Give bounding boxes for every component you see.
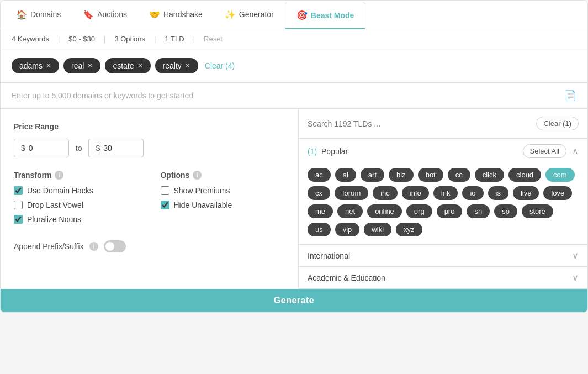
transform-title: Transform (14, 171, 51, 180)
clear-tld-button[interactable]: Clear (1) (536, 117, 579, 130)
drop-vowel-option[interactable]: Drop Last Vowel (14, 201, 139, 209)
min-price-input[interactable] (29, 144, 62, 152)
filter-bar: 4 Keywords | $0 - $30 | 3 Options | 1 TL… (1, 29, 587, 49)
pluralize-label: Pluralize Nouns (27, 215, 81, 224)
tld-cx[interactable]: cx (308, 186, 330, 200)
append-prefix-info-icon[interactable]: i (89, 242, 98, 251)
tld-wiki[interactable]: wiki (364, 223, 391, 236)
tld-net[interactable]: net (337, 204, 363, 218)
main-content: Price Range $ to $ Trans (1, 109, 587, 289)
tld-store[interactable]: store (522, 204, 553, 218)
tld-biz[interactable]: biz (389, 168, 414, 182)
tld-online[interactable]: online (367, 204, 402, 218)
transform-info-icon[interactable]: i (55, 171, 63, 180)
domain-hacks-option[interactable]: Use Domain Hacks (14, 186, 139, 195)
keywords-area: adams ✕ real ✕ estate ✕ realty ✕ Clear (… (1, 49, 587, 83)
popular-chevron-icon: ∧ (572, 146, 579, 156)
tld-so[interactable]: so (494, 204, 517, 218)
max-price-input[interactable] (103, 144, 136, 152)
beast-mode-icon: 🎯 (296, 10, 308, 20)
tld-me[interactable]: me (308, 204, 333, 218)
tld-ai[interactable]: ai (335, 168, 356, 182)
international-section-title: International (308, 251, 350, 260)
tab-beast-mode[interactable]: 🎯 Beast Mode (285, 2, 366, 29)
tld-sh[interactable]: sh (467, 204, 490, 218)
tld-live[interactable]: live (513, 186, 539, 200)
append-prefix-row: Append Prefix/Suffix i (14, 240, 285, 252)
keyword-estate[interactable]: estate ✕ (105, 58, 150, 73)
pluralize-checkbox[interactable] (14, 215, 23, 224)
tld-scroll-area[interactable]: (1) Popular Select All ∧ ac ai art biz (299, 139, 587, 289)
tld-xyz[interactable]: xyz (396, 223, 422, 236)
options-info-icon[interactable]: i (193, 171, 202, 180)
reset-button[interactable]: Reset (204, 35, 223, 43)
academic-section-title: Academic & Education (308, 273, 385, 282)
tld-search-bar: Clear (1) (299, 109, 587, 139)
tld-bot[interactable]: bot (418, 168, 443, 182)
options-count: 3 Options (114, 35, 145, 43)
tab-generator[interactable]: ✨ Generator (214, 1, 285, 29)
transform-section: Transform i Use Domain Hacks Drop Last V… (14, 171, 139, 229)
tld-search-input[interactable] (308, 119, 536, 128)
tab-auctions[interactable]: 🔖 Auctions (72, 1, 138, 29)
tld-love[interactable]: love (543, 186, 572, 200)
left-panel: Price Range $ to $ Trans (1, 109, 299, 289)
international-section-header[interactable]: International ∨ (299, 245, 587, 266)
min-price-group: $ (14, 139, 69, 157)
popular-section-header[interactable]: (1) Popular Select All ∧ (299, 139, 587, 164)
keyword-realty[interactable]: realty ✕ (155, 58, 198, 73)
hide-unavailable-checkbox[interactable] (161, 201, 169, 209)
toggle-slider (104, 240, 126, 252)
tld-forum[interactable]: forum (335, 186, 368, 200)
international-tld-section: International ∨ (299, 245, 587, 267)
tab-handshake[interactable]: 🤝 Handshake (138, 1, 214, 29)
right-panel: Clear (1) (1) Popular Select All ∧ (299, 109, 587, 289)
remove-realty[interactable]: ✕ (185, 62, 190, 70)
domain-input-area: Enter up to 5,000 domains or keywords to… (1, 83, 587, 109)
price-range-title: Price Range (14, 122, 285, 131)
transform-options-row: Transform i Use Domain Hacks Drop Last V… (14, 171, 285, 229)
academic-section-header[interactable]: Academic & Education ∨ (299, 267, 587, 288)
tld-io[interactable]: io (462, 186, 483, 200)
tld-com[interactable]: com (545, 168, 575, 182)
remove-adams[interactable]: ✕ (46, 62, 51, 70)
tld-us[interactable]: us (308, 223, 331, 236)
remove-real[interactable]: ✕ (87, 62, 93, 70)
clear-all-button[interactable]: Clear (4) (205, 61, 235, 70)
tld-org[interactable]: org (406, 204, 432, 218)
append-prefix-label: Append Prefix/Suffix (14, 242, 84, 251)
tld-ink[interactable]: ink (433, 186, 458, 200)
tld-is[interactable]: is (488, 186, 508, 200)
show-premiums-option[interactable]: Show Premiums (161, 186, 285, 195)
tld-cloud[interactable]: cloud (508, 168, 541, 182)
select-all-button[interactable]: Select All (523, 144, 566, 158)
tld-inc[interactable]: inc (373, 186, 398, 200)
drop-vowel-checkbox[interactable] (14, 201, 23, 209)
tld-pro[interactable]: pro (437, 204, 463, 218)
tld-count: 1 TLD (165, 35, 184, 43)
options-section: Options i Show Premiums Hide Unavailable (161, 171, 285, 229)
tld-ac[interactable]: ac (308, 168, 331, 182)
keyword-real[interactable]: real ✕ (63, 58, 100, 73)
transform-header: Transform i (14, 171, 139, 180)
upload-icon[interactable]: 📄 (564, 89, 576, 102)
hide-unavailable-option[interactable]: Hide Unavailable (161, 201, 285, 209)
pluralize-option[interactable]: Pluralize Nouns (14, 215, 139, 224)
app-container: 🏠 Domains 🔖 Auctions 🤝 Handshake ✨ Gener… (0, 0, 588, 313)
keyword-adams[interactable]: adams ✕ (12, 58, 59, 73)
domain-hacks-checkbox[interactable] (14, 186, 23, 195)
tld-vip[interactable]: vip (335, 223, 360, 236)
tld-art[interactable]: art (361, 168, 384, 182)
generate-bar[interactable]: Generate (1, 289, 587, 312)
tab-domains[interactable]: 🏠 Domains (5, 1, 72, 29)
divider2: | (104, 35, 105, 43)
append-prefix-toggle[interactable] (104, 240, 126, 252)
show-premiums-checkbox[interactable] (161, 186, 169, 195)
tld-info[interactable]: info (402, 186, 429, 200)
max-price-group: $ (88, 139, 144, 157)
price-range-filter: $0 - $30 (68, 35, 95, 43)
remove-estate[interactable]: ✕ (137, 62, 143, 70)
options-header: Options i (161, 171, 285, 180)
tld-click[interactable]: click (475, 168, 504, 182)
tld-cc[interactable]: cc (448, 168, 470, 182)
